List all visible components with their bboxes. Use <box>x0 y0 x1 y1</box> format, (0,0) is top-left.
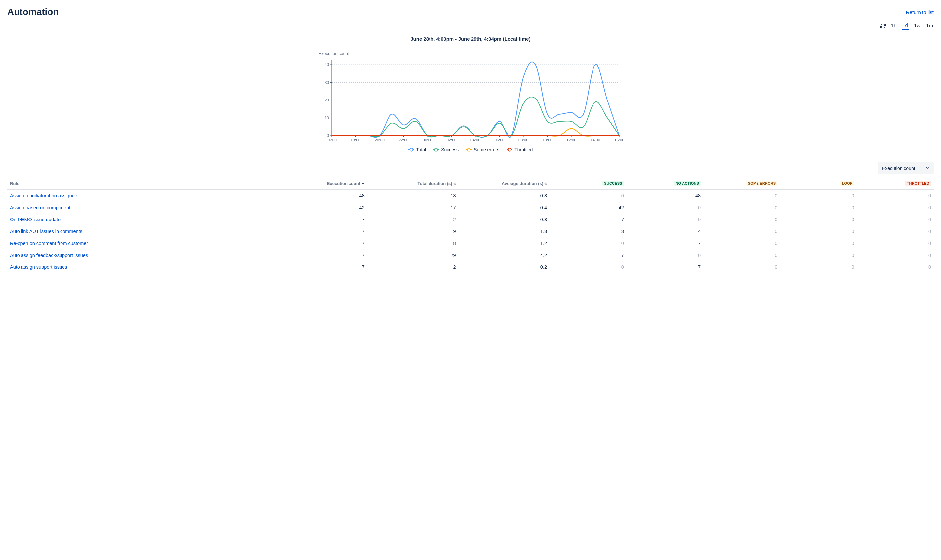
rules-table: Rule Execution count▼ Total duration (s)… <box>7 177 934 273</box>
col-total-dur-header[interactable]: Total duration (s)⇅ <box>367 177 458 190</box>
svg-text:06:00: 06:00 <box>494 138 504 143</box>
table-row: Assign to initiator if no assignee48130.… <box>7 190 934 202</box>
legend-success: Success <box>433 147 458 152</box>
legend-total: Total <box>408 147 426 152</box>
col-throttled-header: THROTTLED <box>857 177 934 190</box>
svg-text:04:00: 04:00 <box>470 138 480 143</box>
svg-text:14:00: 14:00 <box>590 138 600 143</box>
col-loop-header: LOOP <box>780 177 857 190</box>
refresh-icon[interactable] <box>881 23 886 29</box>
svg-text:20: 20 <box>325 98 329 103</box>
time-range-selector: 1h 1d 1w 1m <box>7 22 934 30</box>
rule-link[interactable]: On DEMO issue update <box>10 217 60 222</box>
return-to-list-link[interactable]: Return to list <box>906 9 934 15</box>
rule-link[interactable]: Auto link AUT issues in comments <box>10 229 82 234</box>
svg-text:20:00: 20:00 <box>375 138 384 143</box>
svg-text:10:00: 10:00 <box>542 138 552 143</box>
chevron-down-icon <box>925 166 930 171</box>
table-row: Auto assign feedback/support issues7294.… <box>7 249 934 261</box>
metric-dropdown-label: Execution count <box>882 166 915 171</box>
col-count-header[interactable]: Execution count▼ <box>276 177 367 190</box>
svg-text:02:00: 02:00 <box>446 138 456 143</box>
legend-some-errors: Some errors <box>466 147 499 152</box>
rule-link[interactable]: Assign to initiator if no assignee <box>10 193 77 198</box>
svg-text:40: 40 <box>325 63 329 67</box>
table-row: Auto assign support issues720.207000 <box>7 261 934 273</box>
chart-title: June 28th, 4:00pm - June 29th, 4:04pm (L… <box>318 36 623 42</box>
rule-link[interactable]: Assign based on component <box>10 205 71 210</box>
rule-link[interactable]: Re-open on comment from customer <box>10 241 88 246</box>
range-1w-button[interactable]: 1w <box>913 22 921 30</box>
range-1h-button[interactable]: 1h <box>890 22 897 30</box>
metric-dropdown[interactable]: Execution count <box>878 162 934 174</box>
range-1m-button[interactable]: 1m <box>926 22 934 30</box>
svg-text:12:00: 12:00 <box>566 138 576 143</box>
svg-text:18:00: 18:00 <box>351 138 360 143</box>
svg-text:30: 30 <box>325 80 329 85</box>
page-title: Automation <box>7 7 59 17</box>
svg-text:00:00: 00:00 <box>423 138 432 143</box>
svg-text:16:00: 16:00 <box>614 138 623 143</box>
chart-y-axis-label: Execution count <box>318 51 623 56</box>
svg-text:16:00: 16:00 <box>327 138 337 143</box>
chart-container: June 28th, 4:00pm - June 29th, 4:04pm (L… <box>318 36 623 152</box>
svg-text:0: 0 <box>327 133 329 138</box>
rule-link[interactable]: Auto assign feedback/support issues <box>10 252 88 258</box>
legend-throttled: Throttled <box>507 147 533 152</box>
execution-chart[interactable]: 01020304016:0018:0020:0022:0000:0002:000… <box>318 58 623 144</box>
col-rule-header[interactable]: Rule <box>7 177 276 190</box>
svg-text:22:00: 22:00 <box>398 138 408 143</box>
svg-text:10: 10 <box>325 116 329 120</box>
col-someerrors-header: SOME ERRORS <box>703 177 780 190</box>
col-avg-dur-header[interactable]: Average duration (s)⇅ <box>458 177 550 190</box>
table-row: On DEMO issue update720.370000 <box>7 214 934 225</box>
svg-text:08:00: 08:00 <box>518 138 528 143</box>
col-success-header: SUCCESS <box>550 177 627 190</box>
chart-legend: Total Success Some errors Throttled <box>318 147 623 152</box>
col-noactions-header: NO ACTIONS <box>627 177 703 190</box>
table-row: Auto link AUT issues in comments791.3340… <box>7 225 934 237</box>
rule-link[interactable]: Auto assign support issues <box>10 265 67 270</box>
range-1d-button[interactable]: 1d <box>902 22 909 30</box>
table-row: Assign based on component42170.4420000 <box>7 202 934 214</box>
table-row: Re-open on comment from customer781.2070… <box>7 237 934 249</box>
